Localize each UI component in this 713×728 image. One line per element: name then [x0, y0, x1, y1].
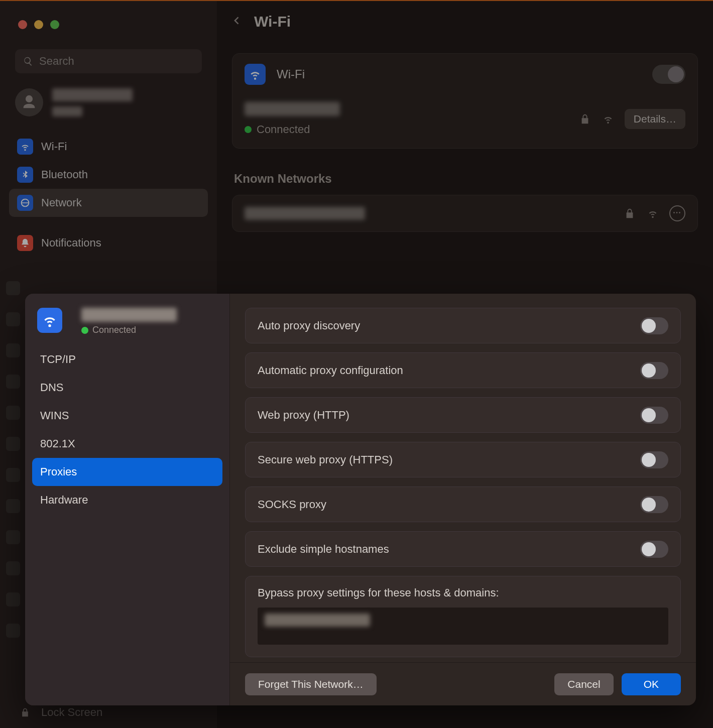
tab-label: Proxies	[40, 465, 77, 478]
option-label: Secure web proxy (HTTPS)	[258, 453, 640, 466]
option-bypass-hosts: Bypass proxy settings for these hosts & …	[245, 576, 681, 657]
option-label: Web proxy (HTTP)	[258, 409, 640, 422]
toggle-secure-web-proxy-https[interactable]	[640, 451, 668, 468]
option-label: Bypass proxy settings for these hosts & …	[258, 586, 668, 599]
cancel-button[interactable]: Cancel	[554, 673, 613, 695]
toggle-socks-proxy[interactable]	[640, 496, 668, 513]
option-web-proxy-http: Web proxy (HTTP)	[245, 397, 681, 433]
option-socks-proxy: SOCKS proxy	[245, 487, 681, 522]
sheet-sidebar: Connected TCP/IP DNS WINS 802.1X Proxies…	[25, 294, 230, 705]
option-secure-web-proxy-https: Secure web proxy (HTTPS)	[245, 442, 681, 477]
option-auto-proxy-discovery: Auto proxy discovery	[245, 308, 681, 343]
bypass-hosts-value-redacted	[265, 614, 370, 627]
tab-proxies[interactable]: Proxies	[32, 458, 222, 486]
tab-label: 802.1X	[40, 437, 75, 450]
tab-label: Hardware	[40, 494, 88, 507]
tab-label: WINS	[40, 409, 69, 422]
tab-8021x[interactable]: 802.1X	[32, 430, 222, 458]
option-label: Exclude simple hostnames	[258, 543, 640, 556]
option-automatic-proxy-config: Automatic proxy configuration	[245, 352, 681, 388]
sheet-header: Connected	[25, 301, 229, 345]
ok-button[interactable]: OK	[622, 673, 681, 695]
sheet-footer: Forget This Network… Cancel OK	[230, 662, 696, 705]
option-label: Automatic proxy configuration	[258, 364, 640, 377]
tab-hardware[interactable]: Hardware	[32, 486, 222, 514]
option-label: Auto proxy discovery	[258, 319, 640, 332]
status-dot-icon	[81, 327, 88, 334]
toggle-automatic-proxy-config[interactable]	[640, 362, 668, 379]
toggle-exclude-simple-hostnames[interactable]	[640, 541, 668, 558]
toggle-web-proxy-http[interactable]	[640, 407, 668, 424]
sheet-network-name-redacted	[81, 308, 177, 322]
tab-dns[interactable]: DNS	[32, 374, 222, 402]
bypass-hosts-textarea[interactable]	[258, 608, 668, 645]
tab-tcpip[interactable]: TCP/IP	[32, 345, 222, 374]
tab-wins[interactable]: WINS	[32, 402, 222, 430]
sheet-tabs: TCP/IP DNS WINS 802.1X Proxies Hardware	[25, 345, 229, 514]
sheet-main: Auto proxy discovery Automatic proxy con…	[230, 294, 696, 705]
option-exclude-simple-hostnames: Exclude simple hostnames	[245, 531, 681, 567]
forget-network-button[interactable]: Forget This Network…	[245, 673, 377, 695]
toggle-auto-proxy-discovery[interactable]	[640, 317, 668, 334]
tab-label: TCP/IP	[40, 353, 76, 366]
tab-label: DNS	[40, 381, 63, 394]
sheet-status-text: Connected	[92, 325, 136, 335]
option-label: SOCKS proxy	[258, 498, 640, 511]
wifi-icon	[37, 308, 62, 333]
network-details-sheet: Connected TCP/IP DNS WINS 802.1X Proxies…	[25, 294, 696, 705]
proxy-options-list: Auto proxy discovery Automatic proxy con…	[230, 294, 696, 662]
